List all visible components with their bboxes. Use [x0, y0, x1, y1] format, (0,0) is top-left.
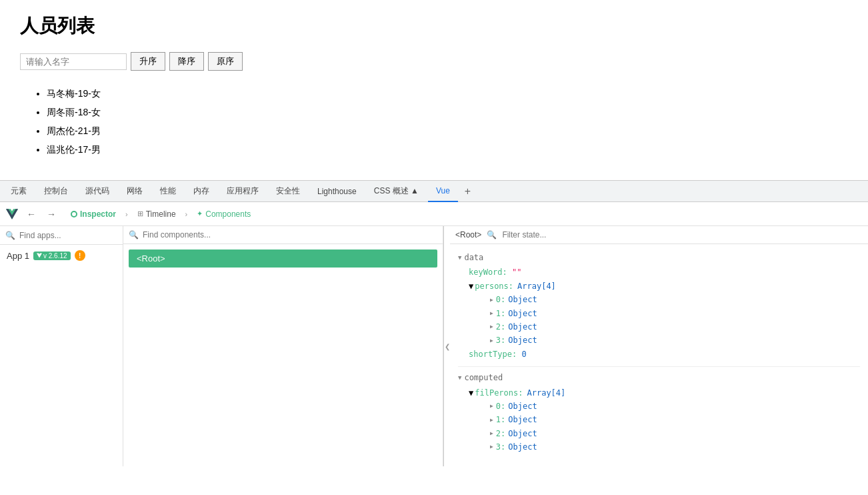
shorttype-prop: shortType: 0: [458, 348, 860, 361]
tab-elements[interactable]: 元素: [3, 181, 35, 202]
tab-console[interactable]: 控制台: [36, 181, 76, 202]
tab-application[interactable]: 应用程序: [219, 181, 267, 202]
subtab-inspector[interactable]: Inspector: [64, 207, 123, 221]
subtab-components[interactable]: ✦ Components: [190, 207, 257, 221]
timeline-icon: ⊞: [137, 209, 143, 218]
vue-subtabs: Inspector › ⊞ Timeline › ✦ Components: [64, 207, 257, 221]
page-title: 人员列表: [20, 13, 848, 39]
name-input[interactable]: [20, 53, 127, 70]
root-component-item[interactable]: <Root>: [129, 250, 437, 268]
tab-vue[interactable]: Vue: [428, 181, 458, 202]
app-item[interactable]: App 1 v 2.6.12 !: [0, 245, 123, 266]
devtools-tabbar: 元素 控制台 源代码 网络 性能 内存 应用程序 安全性 Lighthouse …: [0, 181, 868, 202]
warning-badge: !: [75, 250, 85, 261]
persons-node: ▼ persons: Array[4] ▶ 0: Object ▶: [458, 280, 860, 348]
computed-section-header[interactable]: ▼ computed: [458, 370, 860, 386]
tab-memory[interactable]: 内存: [185, 181, 217, 202]
list-item: 周杰伦-21-男: [47, 121, 848, 140]
list-item: 马冬梅-19-女: [47, 84, 848, 103]
keyword-prop: keyWord: "": [458, 266, 860, 279]
filperons-item-0[interactable]: ▶ 0: Object: [469, 400, 860, 413]
original-button[interactable]: 原序: [208, 52, 243, 71]
find-apps-input[interactable]: [19, 231, 119, 240]
data-triangle: ▼: [458, 253, 461, 263]
filter-icon: 🔍: [487, 230, 497, 239]
app-area: 人员列表 升序 降序 原序 马冬梅-19-女周冬雨-18-女周杰伦-21-男温兆…: [0, 0, 868, 180]
mid-panel-header: 🔍: [123, 226, 443, 244]
inspector-icon: [71, 211, 77, 217]
tab-security[interactable]: 安全性: [268, 181, 308, 202]
components-icon: ✦: [197, 209, 203, 218]
desc-button[interactable]: 降序: [169, 52, 204, 71]
list-item: 温兆伦-17-男: [47, 140, 848, 159]
controls: 升序 降序 原序: [20, 52, 848, 71]
collapse-handle[interactable]: ❮: [443, 226, 450, 466]
persons-header[interactable]: ▼ persons: Array[4]: [469, 280, 860, 293]
tab-sources[interactable]: 源代码: [77, 181, 117, 202]
vue-logo: [5, 207, 19, 221]
filperons-item-2[interactable]: ▶ 2: Object: [469, 427, 860, 440]
back-button[interactable]: ←: [24, 207, 39, 221]
list-item: 周冬雨-18-女: [47, 103, 848, 121]
persons-item-0[interactable]: ▶ 0: Object: [469, 293, 860, 306]
mid-panel: 🔍 <Root>: [123, 226, 443, 466]
persons-item-3[interactable]: ▶ 3: Object: [469, 334, 860, 347]
right-panel-header: <Root> 🔍: [450, 226, 868, 244]
devtools-panel: 元素 控制台 源代码 网络 性能 内存 应用程序 安全性 Lighthouse …: [0, 180, 868, 466]
filperons-item-1[interactable]: ▶ 1: Object: [469, 413, 860, 426]
data-section: ▼ data keyWord: "" ▼ persons:: [458, 250, 860, 361]
persons-item-2[interactable]: ▶ 2: Object: [469, 320, 860, 334]
section-divider: [458, 366, 860, 367]
filperons-item-3[interactable]: ▶ 3: Object: [469, 440, 860, 454]
asc-button[interactable]: 升序: [131, 52, 165, 71]
left-panel-header: 🔍 ↻: [0, 226, 123, 245]
vue-panel: ← → Inspector › ⊞ Timeline › ✦ Component…: [0, 202, 868, 466]
subtab-timeline[interactable]: ⊞ Timeline: [131, 207, 183, 221]
app-name-label: App 1: [7, 251, 29, 261]
computed-triangle: ▼: [458, 373, 461, 383]
forward-button[interactable]: →: [44, 207, 59, 221]
find-components-input[interactable]: [143, 230, 437, 239]
vue-content: 🔍 ↻ App 1 v 2.6.12 ! 🔍: [0, 226, 868, 466]
vue-toolbar: ← → Inspector › ⊞ Timeline › ✦ Component…: [0, 202, 868, 226]
state-tree: ▼ data keyWord: "" ▼ persons:: [450, 244, 868, 464]
tab-performance[interactable]: 性能: [152, 181, 184, 202]
filter-state-input[interactable]: [502, 230, 602, 239]
filperons-header[interactable]: ▼ filPerons: Array[4]: [469, 386, 860, 400]
search-comp-icon: 🔍: [129, 230, 139, 239]
data-section-header[interactable]: ▼ data: [458, 250, 860, 266]
vue-version-badge: v 2.6.12: [33, 252, 71, 260]
add-tab-button[interactable]: +: [459, 183, 476, 200]
left-panel: 🔍 ↻ App 1 v 2.6.12 !: [0, 226, 123, 466]
right-panel: <Root> 🔍 ▼ data keyWord: "": [450, 226, 868, 466]
filperons-node: ▼ filPerons: Array[4] ▶ 0: Object ▶: [458, 386, 860, 454]
person-list: 马冬梅-19-女周冬雨-18-女周杰伦-21-男温兆伦-17-男: [20, 84, 848, 159]
computed-section: ▼ computed ▼ filPerons: Array[4] ▶: [458, 370, 860, 454]
tab-network[interactable]: 网络: [119, 181, 151, 202]
tab-css-overview[interactable]: CSS 概述 ▲: [366, 181, 427, 202]
root-tag-label: <Root>: [455, 230, 481, 239]
persons-item-1[interactable]: ▶ 1: Object: [469, 307, 860, 320]
search-apps-icon: 🔍: [5, 231, 15, 240]
tab-lighthouse[interactable]: Lighthouse: [309, 181, 365, 202]
